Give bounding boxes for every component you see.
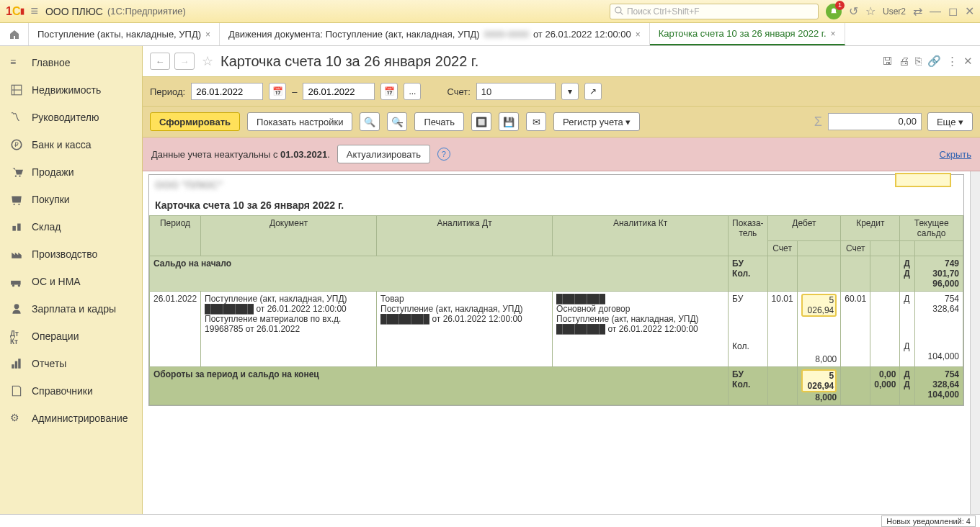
report-area: ООО "ПЛЮС" Карточка счета 10 за 26 январ… bbox=[143, 171, 970, 514]
svg-line-1 bbox=[620, 12, 623, 14]
hide-link[interactable]: Скрыть bbox=[940, 149, 971, 160]
tab-account-card[interactable]: Карточка счета 10 за 26 января 2022 г. × bbox=[650, 23, 845, 45]
nav-forward-button[interactable]: → bbox=[174, 53, 195, 70]
save-icon[interactable]: 🖫 bbox=[882, 55, 893, 68]
sidebar-item-manager[interactable]: 〽Руководителю bbox=[0, 104, 142, 131]
close-window-icon[interactable]: ✕ bbox=[965, 4, 974, 18]
sidebar-item-realestate[interactable]: Недвижимость bbox=[0, 76, 142, 104]
svg-point-9 bbox=[14, 204, 15, 205]
sidebar-item-admin[interactable]: ⚙Администрирование bbox=[0, 405, 142, 432]
data-row[interactable]: 26.01.2022 Поступление (акт, накладная, … bbox=[150, 292, 963, 367]
vertical-scrollbar[interactable] bbox=[970, 171, 980, 514]
menu-icon[interactable]: ≡ bbox=[30, 4, 38, 19]
sidebar: ≡Главное Недвижимость 〽Руководителю ₽Бан… bbox=[0, 46, 143, 514]
generate-button[interactable]: Сформировать bbox=[150, 112, 240, 131]
status-bar: Новых уведомлений: 4 bbox=[0, 514, 980, 527]
sum-display: 0,00 bbox=[828, 113, 922, 130]
close-icon[interactable]: ✕ bbox=[963, 55, 973, 68]
start-balance-row: Сальдо на начало БУКол. ДД 749 301,7096,… bbox=[150, 256, 963, 292]
find-clear-button[interactable]: 🔍̶ bbox=[387, 112, 407, 131]
notifications-status[interactable]: Новых уведомлений: 4 bbox=[881, 515, 976, 527]
svg-rect-17 bbox=[12, 364, 14, 369]
svg-rect-11 bbox=[12, 226, 16, 231]
tab-receipts[interactable]: Поступление (акты, накладные, УПД) × bbox=[29, 23, 220, 45]
page-header: ← → ☆ Карточка счета 10 за 26 января 202… bbox=[143, 46, 980, 76]
sidebar-item-operations[interactable]: ДтКтОперации bbox=[0, 323, 142, 350]
svg-point-8 bbox=[19, 176, 20, 177]
blurred-header: ООО "ПЛЮС" bbox=[149, 175, 963, 195]
close-icon[interactable]: × bbox=[205, 30, 210, 40]
svg-point-14 bbox=[12, 284, 14, 287]
svg-rect-18 bbox=[15, 361, 17, 369]
sidebar-item-catalogs[interactable]: Справочники bbox=[0, 377, 142, 405]
settings-icon[interactable]: ⇄ bbox=[913, 4, 922, 18]
show-settings-button[interactable]: Показать настройки bbox=[247, 112, 352, 131]
logo-1c: 1С▮ bbox=[6, 5, 24, 18]
home-tab[interactable] bbox=[0, 23, 29, 45]
tab-movements[interactable]: Движения документа: Поступление (акт, на… bbox=[220, 23, 650, 45]
search-input[interactable]: Поиск Ctrl+Shift+F bbox=[610, 4, 819, 19]
register-button[interactable]: Регистр учета ▾ bbox=[553, 112, 640, 131]
report-table: Период Документ Аналитика Дт Аналитика К… bbox=[149, 215, 963, 405]
star-icon[interactable]: ☆ bbox=[202, 53, 213, 69]
export-icon[interactable]: ⎘ bbox=[915, 55, 922, 68]
account-dropdown-icon[interactable]: ▾ bbox=[561, 83, 579, 100]
account-select[interactable]: 10 bbox=[476, 83, 556, 100]
action-bar: Сформировать Показать настройки 🔍 🔍̶ Печ… bbox=[143, 107, 980, 138]
sidebar-item-reports[interactable]: Отчеты bbox=[0, 350, 142, 377]
maximize-icon[interactable]: ◻ bbox=[948, 4, 958, 18]
sidebar-item-production[interactable]: Производство bbox=[0, 240, 142, 268]
notification-count: 1 bbox=[835, 1, 845, 10]
search-placeholder: Поиск Ctrl+Shift+F bbox=[627, 6, 700, 17]
svg-point-7 bbox=[15, 176, 17, 177]
sidebar-item-purchases[interactable]: Покупки bbox=[0, 186, 142, 213]
company-name: ООО ПЛЮС bbox=[45, 6, 103, 17]
svg-point-10 bbox=[18, 204, 19, 205]
nav-back-button[interactable]: ← bbox=[150, 53, 170, 70]
save-report-button[interactable]: 💾 bbox=[499, 112, 519, 131]
more-button[interactable]: Еще ▾ bbox=[927, 112, 973, 131]
sigma-icon: Σ bbox=[814, 114, 822, 130]
sidebar-item-warehouse[interactable]: Склад bbox=[0, 213, 142, 240]
more-dots-icon[interactable]: ⋮ bbox=[947, 55, 958, 68]
link-icon[interactable]: 🔗 bbox=[927, 55, 941, 68]
notification-bell[interactable]: 1 bbox=[826, 4, 842, 19]
find-button[interactable]: 🔍 bbox=[360, 112, 380, 131]
warning-bar: Данные учета неактуальны с 01.03.2021. А… bbox=[143, 138, 980, 171]
calendar-from-icon[interactable]: 📅 bbox=[269, 83, 286, 100]
svg-rect-19 bbox=[18, 359, 20, 369]
svg-rect-12 bbox=[17, 224, 21, 231]
favorite-icon[interactable]: ☆ bbox=[865, 4, 876, 18]
sidebar-item-main[interactable]: ≡Главное bbox=[0, 49, 142, 76]
period-picker-button[interactable]: ... bbox=[404, 83, 421, 100]
total-row: Обороты за период и сальдо на конец БУКо… bbox=[150, 367, 963, 405]
close-icon[interactable]: × bbox=[831, 29, 836, 39]
sidebar-item-assets[interactable]: ОС и НМА bbox=[0, 268, 142, 295]
update-button[interactable]: Актуализировать bbox=[337, 145, 430, 163]
print-icon[interactable]: 🖨 bbox=[899, 55, 909, 68]
tabs-bar: Поступление (акты, накладные, УПД) × Дви… bbox=[0, 23, 980, 46]
history-icon[interactable]: ↺ bbox=[849, 4, 858, 18]
svg-rect-13 bbox=[11, 281, 21, 285]
date-to-input[interactable] bbox=[303, 83, 375, 100]
print-button[interactable]: Печать bbox=[414, 112, 464, 131]
svg-point-0 bbox=[615, 7, 621, 13]
calendar-to-icon[interactable]: 📅 bbox=[380, 83, 398, 100]
report-title: Карточка счета 10 за 26 января 2022 г. bbox=[149, 195, 963, 215]
sidebar-item-sales[interactable]: Продажи bbox=[0, 158, 142, 186]
close-icon[interactable]: × bbox=[636, 30, 641, 40]
expand-button[interactable]: 🔲 bbox=[471, 112, 491, 131]
help-icon[interactable]: ? bbox=[437, 148, 450, 161]
email-button[interactable]: ✉ bbox=[526, 112, 546, 131]
svg-text:₽: ₽ bbox=[14, 141, 19, 148]
titlebar: 1С▮ ≡ ООО ПЛЮС (1С:Предприятие) Поиск Ct… bbox=[0, 0, 980, 23]
sidebar-item-payroll[interactable]: Зарплата и кадры bbox=[0, 295, 142, 323]
sidebar-item-bank[interactable]: ₽Банк и касса bbox=[0, 131, 142, 158]
user-label[interactable]: User2 bbox=[883, 6, 906, 17]
svg-point-16 bbox=[14, 304, 19, 309]
app-subtitle: (1С:Предприятие) bbox=[107, 6, 186, 17]
page-title: Карточка счета 10 за 26 января 2022 г. bbox=[220, 53, 478, 70]
date-from-input[interactable] bbox=[191, 83, 263, 100]
minimize-icon[interactable]: — bbox=[930, 5, 941, 18]
account-open-icon[interactable]: ↗ bbox=[584, 83, 602, 100]
